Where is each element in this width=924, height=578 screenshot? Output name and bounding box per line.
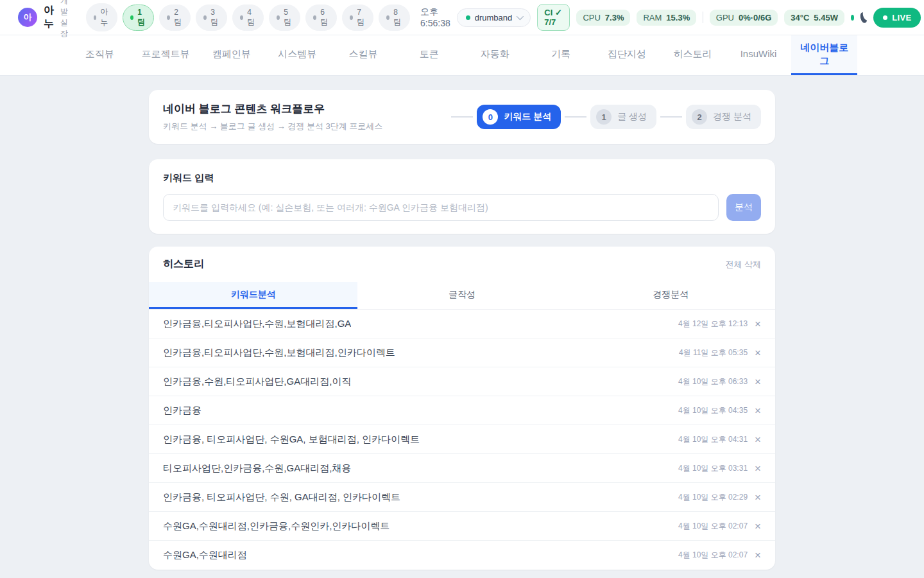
history-row[interactable]: 인카금융, 티오피사업단, 수원GA, 보험대리점, 인카다이렉트 4월 10일… — [149, 425, 775, 454]
team-dot-icon — [313, 15, 316, 20]
clock: 오후 6:56:38 — [420, 6, 450, 28]
team-dot-icon — [94, 15, 96, 20]
cpu-value: 7.3% — [605, 13, 624, 22]
history-keywords: 수원GA,수원대리점,인카금융,수원인카,인카다이렉트 — [163, 520, 389, 532]
history-row[interactable]: 인카금융 4월 10일 오후 04:35 × — [149, 396, 775, 425]
team-badge[interactable]: 3팀 — [196, 4, 227, 31]
nav-tab[interactable]: 프로젝트뷰 — [133, 35, 199, 75]
history-row[interactable]: 티오피사업단,인카금융,수원,GA대리점,채용 4월 10일 오후 03:31 … — [149, 454, 775, 483]
team-badge-label: 아누 — [100, 6, 110, 28]
close-icon[interactable]: × — [755, 550, 761, 561]
nav-tab[interactable]: 자동화 — [462, 35, 528, 75]
close-icon[interactable]: × — [755, 376, 761, 387]
close-icon[interactable]: × — [755, 347, 761, 358]
team-badge[interactable]: 6팀 — [305, 4, 337, 31]
workflow-steps: 0 키워드 분석 1 글 생성 — [447, 105, 761, 129]
nav-tab[interactable]: 캠페인뷰 — [198, 35, 264, 75]
step-pill: 0 키워드 분석 — [477, 105, 561, 129]
nav-tab[interactable]: 조직뷰 — [67, 35, 133, 75]
close-icon[interactable]: × — [755, 319, 761, 329]
chevron-down-icon — [517, 13, 524, 20]
step-label: 경쟁 분석 — [713, 111, 751, 123]
nav-tab[interactable]: 기록 — [528, 35, 594, 75]
history-row[interactable]: 수원GA,수원대리점 4월 10일 오후 02:07 × — [149, 541, 775, 570]
nav-tab[interactable]: 히스토리 — [660, 35, 726, 75]
team-badge[interactable]: 5팀 — [269, 4, 300, 31]
step-number: 0 — [483, 109, 498, 125]
ram-label: RAM — [643, 13, 662, 22]
online-status-dot — [851, 15, 854, 21]
workspace-status-dot — [466, 15, 470, 20]
step-label: 글 생성 — [617, 111, 647, 123]
nav-tab[interactable]: InsuWiki — [726, 35, 792, 75]
team-dot-icon — [203, 15, 207, 20]
history-tab[interactable]: 경쟁분석 — [567, 282, 775, 309]
team-dot-icon — [277, 15, 280, 20]
history-row[interactable]: 인카금융,티오피사업단,수원,보험대리점,인카다이렉트 4월 11일 오후 05… — [149, 338, 775, 367]
clear-all-button[interactable]: 전체 삭제 — [725, 259, 761, 270]
nav-tab[interactable]: 토큰 — [396, 35, 462, 75]
history-row[interactable]: 인카금융,수원,티오피사업단,GA대리점,이직 4월 10일 오후 06:33 … — [149, 367, 775, 396]
stats-divider — [703, 12, 703, 23]
history-keywords: 수원GA,수원대리점 — [163, 549, 247, 561]
team-badge-label: 2팀 — [174, 8, 183, 28]
step-pill: 2 경쟁 분석 — [686, 105, 761, 129]
history-date: 4월 10일 오후 04:31 — [678, 434, 748, 445]
history-list: 인카금융,티오피사업단,수원,보험대리점,GA 4월 12일 오후 12:13 … — [149, 310, 775, 570]
live-label: LIVE — [892, 13, 911, 22]
analyze-button[interactable]: 분석 — [726, 194, 761, 221]
dark-mode-moon-icon[interactable] — [859, 11, 868, 23]
history-row[interactable]: 수원GA,수원대리점,인카금융,수원인카,인카다이렉트 4월 10일 오후 02… — [149, 512, 775, 541]
team-badge[interactable]: 8팀 — [379, 4, 410, 31]
team-badge[interactable]: 아누 — [86, 3, 117, 31]
step-number: 2 — [692, 109, 707, 125]
history-keywords: 인카금융, 티오피사업단, 수원, GA대리점, 인카다이렉트 — [163, 491, 400, 504]
workspace-select[interactable]: drumband — [457, 8, 531, 27]
history-tab[interactable]: 글작성 — [357, 282, 566, 309]
keyword-input[interactable] — [163, 194, 719, 221]
avatar[interactable]: 아 — [18, 8, 37, 27]
team-badge-label: 4팀 — [247, 8, 256, 28]
nav-tab[interactable]: 스킬뷰 — [330, 35, 397, 75]
team-badge-label: 5팀 — [284, 8, 293, 28]
cpu-label: CPU — [583, 13, 600, 22]
history-keywords: 티오피사업단,인카금융,수원,GA대리점,채용 — [163, 462, 351, 475]
history-date: 4월 10일 오후 03:31 — [678, 463, 748, 474]
nav-tab[interactable]: 집단지성 — [594, 35, 660, 75]
close-icon[interactable]: × — [755, 521, 761, 532]
team-badge[interactable]: 1팀 — [123, 4, 154, 31]
workspace-label: drumband — [475, 13, 513, 22]
workflow-step[interactable]: 0 키워드 분석 — [447, 105, 561, 129]
close-icon[interactable]: × — [755, 492, 761, 503]
temp-power-badge: 34°C 5.45W — [784, 10, 844, 26]
workflow-step[interactable]: 1 글 생성 — [561, 105, 656, 129]
main-nav: 조직뷰 프로젝트뷰 캠페인뷰 시스템뷰 스킬뷰 토큰 자동화 기록 집단지성 히… — [0, 35, 924, 76]
workflow-heading: 네이버 블로그 콘텐츠 워크플로우 키워드 분석 → 블로그 글 생성 → 경쟁… — [163, 101, 382, 132]
live-button[interactable]: LIVE — [873, 8, 921, 28]
team-dot-icon — [167, 15, 170, 20]
history-keywords: 인카금융 — [163, 405, 201, 417]
step-pill: 1 글 생성 — [590, 105, 656, 129]
history-date: 4월 12일 오후 12:13 — [678, 319, 748, 329]
history-tabs: 키워드분석 글작성 경쟁분석 — [149, 282, 775, 310]
keyword-input-title: 키워드 입력 — [163, 172, 761, 184]
close-icon[interactable]: × — [755, 434, 761, 445]
history-row[interactable]: 인카금융,티오피사업단,수원,보험대리점,GA 4월 12일 오후 12:13 … — [149, 310, 775, 338]
team-badge[interactable]: 4팀 — [232, 4, 264, 31]
team-badge-label: 6팀 — [320, 8, 329, 28]
close-icon[interactable]: × — [755, 405, 761, 416]
gpu-value: 0%·0/6G — [739, 13, 771, 22]
nav-tab[interactable]: 네이버블로그 — [791, 35, 857, 75]
team-dot-icon — [386, 15, 389, 20]
main-content: 네이버 블로그 콘텐츠 워크플로우 키워드 분석 → 블로그 글 생성 → 경쟁… — [0, 76, 924, 570]
workflow-step[interactable]: 2 경쟁 분석 — [656, 105, 761, 129]
history-row[interactable]: 인카금융, 티오피사업단, 수원, GA대리점, 인카다이렉트 4월 10일 오… — [149, 483, 775, 512]
nav-tab[interactable]: 시스템뷰 — [264, 35, 330, 75]
team-dot-icon — [130, 15, 133, 20]
history-title: 히스토리 — [163, 258, 204, 271]
team-badge[interactable]: 2팀 — [159, 4, 191, 31]
history-tab[interactable]: 키워드분석 — [149, 282, 357, 309]
close-icon[interactable]: × — [755, 463, 761, 474]
team-badge[interactable]: 7팀 — [342, 4, 373, 31]
cpu-badge: CPU 7.3% — [576, 10, 630, 26]
